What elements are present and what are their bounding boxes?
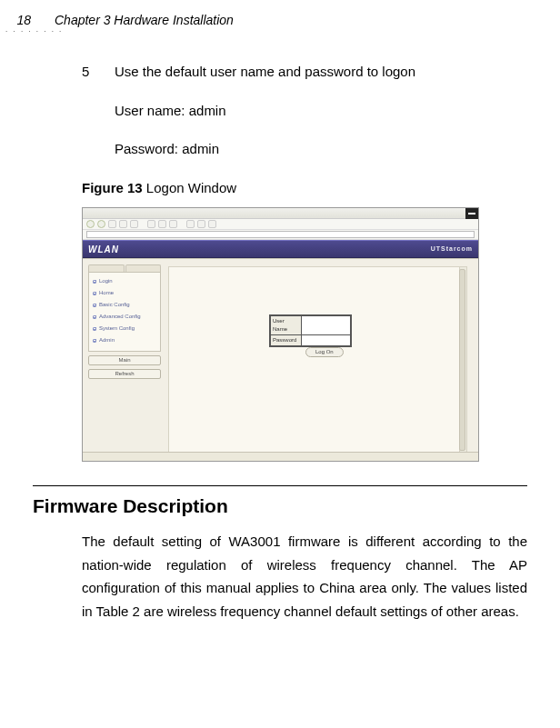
section-title: Firmware Description bbox=[33, 495, 527, 517]
password-line: Password: admin bbox=[115, 139, 527, 160]
window-control-icon bbox=[465, 208, 478, 219]
figure-label: Figure 13 bbox=[82, 180, 143, 195]
sidebar-item-label: Home bbox=[99, 289, 114, 297]
expand-icon bbox=[93, 327, 96, 331]
expand-icon bbox=[93, 315, 96, 319]
sidebar-main-button[interactable]: Main bbox=[88, 355, 161, 365]
section-body: The default setting of WA3001 firmware i… bbox=[33, 530, 527, 623]
section: Firmware Description The default setting… bbox=[0, 485, 560, 623]
step-row: 5 Use the default user name and password… bbox=[82, 62, 527, 83]
password-label: Password bbox=[271, 335, 302, 346]
status-bar bbox=[83, 452, 478, 461]
sidebar-item-label: Basic Config bbox=[99, 301, 130, 309]
main-panel: User Name Password Log On bbox=[168, 266, 467, 454]
sidebar-panel: Login Home Basic Config Advanced Config … bbox=[88, 272, 161, 352]
username-label: User Name bbox=[271, 316, 302, 335]
sidebar-item-advanced[interactable]: Advanced Config bbox=[92, 311, 157, 323]
expand-icon bbox=[93, 339, 96, 343]
wlan-label: WLAN bbox=[88, 243, 119, 256]
chapter-title: Chapter 3 Hardware Installation bbox=[55, 13, 234, 27]
toolbar-button[interactable] bbox=[208, 220, 216, 228]
username-input[interactable] bbox=[302, 316, 351, 335]
page-header: 18 Chapter 3 Hardware Installation bbox=[0, 0, 560, 35]
logon-button[interactable]: Log On bbox=[305, 347, 344, 357]
sidebar-tabs bbox=[88, 264, 161, 272]
toolbar-button[interactable] bbox=[108, 220, 116, 228]
expand-icon bbox=[93, 304, 96, 307]
brand-label: UTStarcom bbox=[431, 244, 473, 254]
toolbar-button[interactable] bbox=[119, 220, 127, 228]
figure-caption: Figure 13 Logon Window bbox=[82, 178, 527, 199]
address-bar-row bbox=[83, 230, 478, 240]
sidebar: Login Home Basic Config Advanced Config … bbox=[88, 264, 161, 379]
page-number: 18 bbox=[0, 13, 36, 27]
address-input[interactable] bbox=[86, 231, 475, 238]
sidebar-item-label: Login bbox=[99, 277, 113, 285]
sidebar-tab[interactable] bbox=[88, 264, 125, 272]
sidebar-item-login[interactable]: Login bbox=[92, 275, 157, 287]
toolbar-button[interactable] bbox=[186, 220, 195, 228]
password-input[interactable] bbox=[302, 335, 351, 346]
sidebar-refresh-button[interactable]: Refresh bbox=[88, 369, 161, 379]
sidebar-item-home[interactable]: Home bbox=[92, 287, 157, 299]
toolbar-button[interactable] bbox=[158, 220, 166, 228]
wlan-banner: WLAN UTStarcom bbox=[83, 240, 478, 258]
nav-back-icon[interactable] bbox=[86, 220, 95, 228]
sidebar-tab[interactable] bbox=[125, 264, 162, 272]
dotted-decoration: · · · · · · · · bbox=[5, 27, 63, 35]
nav-forward-icon[interactable] bbox=[97, 220, 105, 228]
toolbar-button[interactable] bbox=[197, 220, 205, 228]
section-divider bbox=[33, 485, 527, 486]
sidebar-item-basic[interactable]: Basic Config bbox=[92, 299, 157, 311]
step-number: 5 bbox=[82, 62, 115, 83]
logon-window-screenshot: WLAN UTStarcom Login Home Basic Config A… bbox=[82, 207, 479, 462]
sidebar-item-label: Admin bbox=[99, 336, 115, 344]
expand-icon bbox=[93, 280, 96, 284]
browser-toolbar bbox=[83, 219, 478, 230]
content-area: 5 Use the default user name and password… bbox=[0, 35, 560, 462]
sidebar-item-label: System Config bbox=[99, 324, 135, 333]
toolbar-button[interactable] bbox=[130, 220, 138, 228]
expand-icon bbox=[93, 292, 96, 295]
toolbar-button[interactable] bbox=[169, 220, 177, 228]
username-line: User name: admin bbox=[115, 101, 527, 122]
figure-title: Logon Window bbox=[146, 180, 236, 195]
sidebar-item-system[interactable]: System Config bbox=[92, 323, 157, 334]
page-body: Login Home Basic Config Advanced Config … bbox=[83, 258, 478, 461]
window-titlebar bbox=[83, 208, 478, 219]
sidebar-item-admin[interactable]: Admin bbox=[92, 334, 157, 346]
sidebar-item-label: Advanced Config bbox=[99, 313, 141, 321]
toolbar-button[interactable] bbox=[147, 220, 155, 228]
step-text: Use the default user name and password t… bbox=[115, 62, 415, 83]
login-form: User Name Password bbox=[269, 314, 352, 347]
